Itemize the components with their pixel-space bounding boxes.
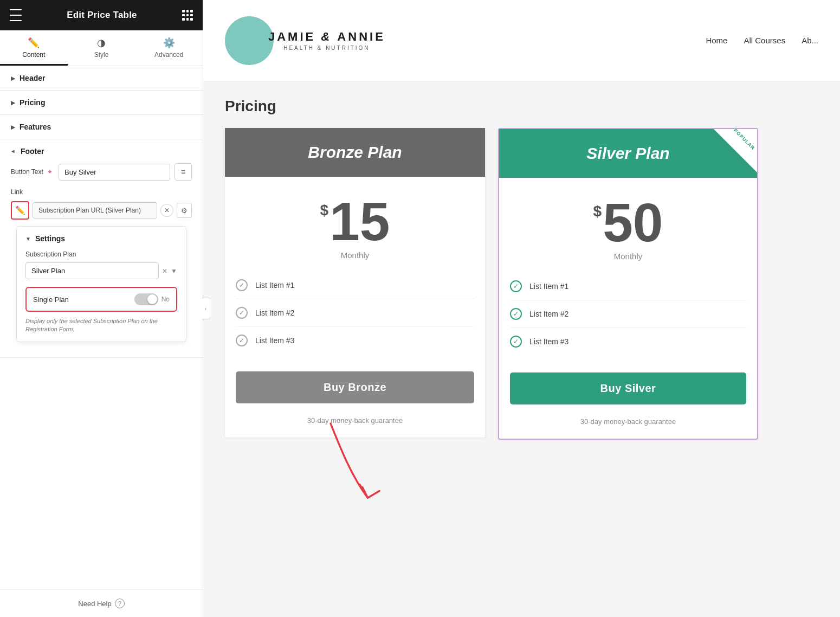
bronze-price-period: Monthly: [236, 250, 474, 260]
nav-more[interactable]: Ab...: [802, 36, 818, 45]
check-icon-2: ✓: [236, 307, 248, 319]
silver-check-icon-1: ✓: [510, 280, 522, 292]
silver-feature-2: ✓ List Item #2: [510, 300, 746, 328]
subscription-plan-row: Silver Plan ✕ ▼: [25, 262, 177, 279]
bronze-feature-1: ✓ List Item #1: [236, 272, 474, 299]
silver-card-header: Silver Plan POPULAR: [499, 129, 757, 178]
tab-advanced-label: Advanced: [154, 51, 183, 59]
bronze-price-amount: $ 15: [236, 194, 474, 248]
nav-home[interactable]: Home: [706, 36, 727, 45]
top-bar: Edit Price Table: [0, 0, 203, 30]
pricing-title: Pricing: [225, 98, 818, 115]
tab-content-label: Content: [22, 51, 45, 59]
single-plan-row: Single Plan No: [25, 287, 177, 312]
silver-check-icon-2: ✓: [510, 308, 522, 320]
silver-price-area: $ 50 Monthly: [499, 178, 757, 266]
silver-card-title: Silver Plan: [510, 144, 746, 163]
button-text-input[interactable]: [59, 164, 170, 181]
section-footer-toggle[interactable]: ▼ Footer: [0, 139, 203, 163]
advanced-icon: ⚙️: [163, 37, 175, 49]
popular-text: POPULAR: [733, 129, 756, 151]
logo-area: JAMIE & ANNIE HEALTH & NUTRITION: [225, 16, 385, 65]
logo-circle: [225, 16, 274, 65]
select-chevron-icon[interactable]: ▼: [171, 267, 177, 275]
link-edit-button[interactable]: ✏️: [11, 201, 29, 220]
dynamic-icon: ✦: [47, 168, 53, 176]
link-clear-button[interactable]: ✕: [160, 204, 173, 217]
single-plan-label: Single Plan: [33, 295, 69, 304]
pricing-section: Pricing Bronze Plan $ 15 Monthly ✓: [203, 81, 840, 617]
button-text-label: Button Text ✦: [11, 168, 54, 176]
logo-text-block: JAMIE & ANNIE HEALTH & NUTRITION: [268, 30, 385, 51]
section-footer-label: Footer: [21, 147, 44, 156]
section-header: ▶ Header: [0, 66, 203, 91]
subscription-plan-select[interactable]: Silver Plan: [25, 262, 159, 279]
bronze-guarantee: 30-day money-back guarantee: [225, 409, 485, 438]
left-panel: Edit Price Table ✏️ Content ◑ Style ⚙️ A…: [0, 0, 203, 617]
footer-arrow-icon: ▼: [10, 149, 16, 154]
bronze-card-header: Bronze Plan: [225, 128, 485, 177]
select-clear-button[interactable]: ✕: [162, 267, 167, 275]
text-align-button[interactable]: ≡: [175, 163, 192, 181]
tab-content[interactable]: ✏️ Content: [0, 30, 68, 66]
features-arrow-icon: ▶: [11, 124, 15, 130]
section-pricing-label: Pricing: [20, 98, 45, 107]
silver-feature-list: ✓ List Item #1 ✓ List Item #2 ✓ List Ite…: [499, 266, 757, 362]
link-settings-button[interactable]: ⚙: [177, 203, 192, 218]
footer-content: Button Text ✦ ≡ Link ✏️ ✕ ⚙ ▼: [0, 163, 203, 357]
need-help-row[interactable]: Need Help ?: [0, 589, 203, 617]
toggle-label: No: [161, 295, 170, 303]
section-footer: ▼ Footer Button Text ✦ ≡ Link ✏️ ✕: [0, 139, 203, 358]
bronze-price-number: 15: [329, 194, 390, 248]
need-help-label: Need Help: [78, 600, 111, 608]
grid-icon[interactable]: [182, 10, 193, 21]
settings-down-arrow-icon: ▼: [25, 236, 31, 242]
bronze-card-title: Bronze Plan: [236, 143, 474, 162]
settings-label: Settings: [35, 234, 65, 243]
link-field-row: ✏️ ✕ ⚙: [11, 201, 192, 220]
pricing-arrow-icon: ▶: [11, 100, 15, 106]
silver-cta-area: Buy Silver: [499, 362, 757, 410]
section-features-toggle[interactable]: ▶ Features: [0, 115, 203, 139]
settings-dropdown-header[interactable]: ▼ Settings: [25, 234, 177, 243]
section-header-toggle[interactable]: ▶ Header: [0, 66, 203, 90]
link-text-input[interactable]: [33, 202, 157, 218]
link-label-row: Link: [11, 188, 192, 196]
nav-links: Home All Courses Ab...: [706, 36, 818, 45]
silver-feature-3: ✓ List Item #3: [510, 328, 746, 355]
right-area: JAMIE & ANNIE HEALTH & NUTRITION Home Al…: [203, 0, 840, 617]
bronze-feature-2: ✓ List Item #2: [236, 299, 474, 327]
check-icon-1: ✓: [236, 279, 248, 291]
section-pricing-toggle[interactable]: ▶ Pricing: [0, 91, 203, 114]
silver-card: Silver Plan POPULAR $ 50 Monthly ✓ List: [498, 128, 758, 440]
subscription-plan-label: Subscription Plan: [25, 250, 177, 258]
buy-bronze-button[interactable]: Buy Bronze: [236, 371, 474, 403]
toggle-track[interactable]: [134, 293, 158, 305]
price-cards: Bronze Plan $ 15 Monthly ✓ List Item #1: [225, 128, 818, 440]
site-header: JAMIE & ANNIE HEALTH & NUTRITION Home Al…: [203, 0, 840, 81]
tab-style-label: Style: [94, 51, 109, 59]
help-icon[interactable]: ?: [115, 599, 125, 608]
section-features: ▶ Features: [0, 115, 203, 139]
silver-check-icon-3: ✓: [510, 336, 522, 348]
bronze-price-area: $ 15 Monthly: [225, 177, 485, 265]
bronze-feature-list: ✓ List Item #1 ✓ List Item #2 ✓ List Ite…: [225, 265, 485, 361]
link-label: Link: [11, 188, 23, 196]
logo-name: JAMIE & ANNIE: [268, 30, 385, 44]
bronze-cta-area: Buy Bronze: [225, 361, 485, 409]
header-arrow-icon: ▶: [11, 75, 15, 81]
buy-silver-button[interactable]: Buy Silver: [510, 372, 746, 404]
silver-price-number: 50: [603, 195, 663, 249]
single-plan-toggle[interactable]: No: [134, 293, 170, 305]
collapse-handle[interactable]: ‹: [202, 298, 210, 319]
button-text-row: Button Text ✦ ≡: [11, 163, 192, 181]
tab-style[interactable]: ◑ Style: [68, 30, 135, 66]
nav-all-courses[interactable]: All Courses: [744, 36, 785, 45]
section-header-label: Header: [20, 74, 45, 82]
silver-price-amount: $ 50: [510, 195, 746, 249]
hamburger-icon[interactable]: [10, 9, 22, 21]
logo-sub: HEALTH & NUTRITION: [268, 45, 385, 51]
bronze-card: Bronze Plan $ 15 Monthly ✓ List Item #1: [225, 128, 485, 438]
bronze-dollar-sign: $: [320, 202, 329, 219]
tab-advanced[interactable]: ⚙️ Advanced: [135, 30, 203, 66]
